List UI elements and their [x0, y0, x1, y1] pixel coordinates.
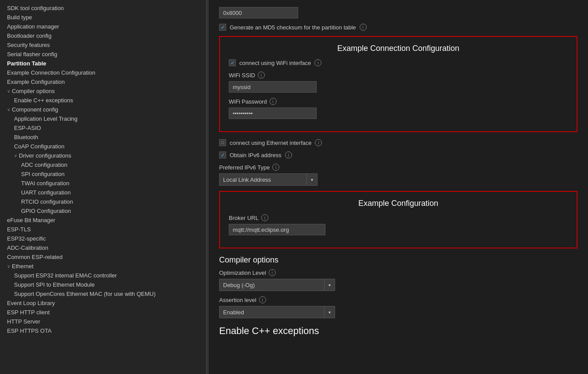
- sidebar-item-label-common-esp: Common ESP-related: [7, 254, 62, 260]
- wifi-ssid-input[interactable]: [229, 81, 317, 93]
- sidebar-item-rtcio-config[interactable]: RTCIO configuration: [0, 197, 206, 206]
- opt-level-dropdown-arrow[interactable]: ▾: [325, 279, 335, 291]
- sidebar-item-label-esp-tls: ESP-TLS: [7, 226, 31, 233]
- sidebar-item-label-rtcio-config: RTCIO configuration: [21, 198, 73, 205]
- wifi-password-input[interactable]: [229, 108, 317, 119]
- wifi-password-info-icon[interactable]: i: [270, 98, 277, 105]
- sidebar-item-label-esp-http-client: ESP HTTP client: [7, 309, 50, 316]
- opt-level-info-icon[interactable]: i: [269, 269, 276, 276]
- opt-level-dropdown[interactable]: Debug (-Og): [219, 279, 325, 291]
- generate-md5-checkbox[interactable]: ✓: [219, 24, 226, 31]
- sidebar-item-label-ethernet: Ethernet: [12, 263, 33, 270]
- sidebar-item-label-spi-config: SPI configuration: [21, 171, 65, 177]
- sidebar-item-label-uart-config: UART configuration: [21, 189, 71, 196]
- ethernet-interface-checkbox[interactable]: □: [219, 139, 226, 146]
- sidebar-item-label-adc-config: ADC configuration: [21, 162, 68, 168]
- assertion-dropdown-arrow[interactable]: ▾: [325, 306, 335, 318]
- sidebar-item-build-type[interactable]: Build type: [0, 13, 206, 22]
- sidebar-item-uart-config[interactable]: UART configuration: [0, 188, 206, 197]
- sidebar-item-component-config[interactable]: ∨Component config: [0, 105, 206, 114]
- sidebar-item-serial-flasher[interactable]: Serial flasher config: [0, 50, 206, 59]
- sidebar-item-label-gpio-config: GPIO Configuration: [21, 208, 71, 214]
- sidebar-item-adc-calibration[interactable]: ADC-Calibration: [0, 243, 206, 252]
- sidebar-item-bootloader-config[interactable]: Bootloader config: [0, 31, 206, 40]
- wifi-ssid-label: WiFi SSID i: [229, 72, 568, 79]
- enable-cpp-heading: Enable C++ exceptions: [219, 325, 577, 337]
- sidebar-item-gpio-config[interactable]: GPIO Configuration: [0, 206, 206, 216]
- wifi-checkmark-icon: ✓: [231, 60, 234, 66]
- sidebar-item-ethernet[interactable]: ∨Ethernet: [0, 262, 206, 271]
- sidebar-item-adc-config[interactable]: ADC configuration: [0, 160, 206, 169]
- sidebar-item-app-manager[interactable]: Application manager: [0, 22, 206, 31]
- sidebar-item-example-configuration[interactable]: Example Configuration: [0, 77, 206, 86]
- preferred-ipv6-dropdown-arrow[interactable]: ▾: [307, 173, 317, 186]
- sidebar-item-label-coap-config: CoAP Configuration: [14, 143, 65, 150]
- sidebar-item-label-bluetooth: Bluetooth: [14, 134, 38, 140]
- sidebar-item-label-support-emac: Support ESP32 internal EMAC controller: [14, 272, 117, 279]
- sidebar-item-support-emac[interactable]: Support ESP32 internal EMAC controller: [0, 271, 206, 280]
- sidebar-item-spi-config[interactable]: SPI configuration: [0, 169, 206, 179]
- sidebar: SDK tool configurationBuild typeApplicat…: [0, 0, 206, 374]
- sidebar-item-label-support-spi-eth: Support SPI to Ethernet Module: [14, 281, 95, 288]
- sidebar-item-event-loop[interactable]: Event Loop Library: [0, 298, 206, 308]
- sidebar-item-esp-asio[interactable]: ESP-ASIO: [0, 123, 206, 133]
- sidebar-item-partition-table[interactable]: Partition Table: [0, 59, 206, 68]
- sidebar-item-coap-config[interactable]: CoAP Configuration: [0, 142, 206, 151]
- broker-url-label: Broker URL i: [229, 214, 568, 221]
- sidebar-item-compiler-options[interactable]: ∨Compiler options: [0, 86, 206, 96]
- generate-md5-row: ✓ Generate an MD5 checksum for the parti…: [219, 24, 577, 31]
- sidebar-item-example-connection[interactable]: Example Connection Configuration: [0, 68, 206, 77]
- sidebar-item-sdk-tool[interactable]: SDK tool configuration: [0, 4, 206, 13]
- assertion-chevron-icon: ▾: [328, 310, 331, 315]
- chevron-down-icon: ▾: [311, 177, 313, 182]
- ethernet-chevron-icon: ∨: [7, 264, 10, 269]
- obtain-ipv6-info-icon[interactable]: i: [285, 151, 292, 158]
- sidebar-item-efuse-manager[interactable]: eFuse Bit Manager: [0, 216, 206, 225]
- sidebar-item-driver-configs[interactable]: ∨Driver configurations: [0, 151, 206, 160]
- sidebar-item-esp-tls[interactable]: ESP-TLS: [0, 225, 206, 234]
- ethernet-interface-info-icon[interactable]: i: [315, 139, 322, 146]
- ethernet-interface-row: □ connect using Ethernet interface i: [219, 139, 577, 146]
- driver-configs-chevron-icon: ∨: [14, 153, 17, 158]
- sidebar-item-esp32-specific[interactable]: ESP32-specific: [0, 234, 206, 243]
- assertion-dropdown-container: Enabled ▾: [219, 306, 577, 318]
- sidebar-item-support-opencore[interactable]: Support OpenCores Ethernet MAC (for use …: [0, 289, 206, 298]
- opt-level-label: Optimization Level i: [219, 269, 577, 276]
- obtain-ipv6-checkbox[interactable]: ✓: [219, 151, 226, 158]
- wifi-interface-row: ✓ connect using WiFi interface i: [229, 59, 568, 66]
- sidebar-item-bluetooth[interactable]: Bluetooth: [0, 133, 206, 142]
- sidebar-item-label-example-connection: Example Connection Configuration: [7, 69, 95, 76]
- wifi-password-label: WiFi Password i: [229, 98, 568, 105]
- partition-offset-input[interactable]: [219, 7, 298, 18]
- sidebar-item-http-server[interactable]: HTTP Server: [0, 317, 206, 326]
- sidebar-item-enable-cpp[interactable]: Enable C++ exceptions: [0, 96, 206, 105]
- sidebar-item-app-level-tracing[interactable]: Application Level Tracing: [0, 114, 206, 123]
- wifi-ssid-info-icon[interactable]: i: [258, 72, 265, 79]
- compiler-options-title: Compiler options: [219, 255, 577, 265]
- wifi-interface-info-icon[interactable]: i: [314, 59, 321, 66]
- sidebar-item-esp-http-client[interactable]: ESP HTTP client: [0, 308, 206, 317]
- example-config-section: Example Configuration Broker URL i: [219, 191, 577, 248]
- wifi-interface-checkbox[interactable]: ✓: [229, 59, 236, 66]
- wifi-interface-label: connect using WiFi interface: [239, 60, 311, 66]
- sidebar-item-security-features[interactable]: Security features: [0, 40, 206, 50]
- sidebar-item-esp-https-ota[interactable]: ESP HTTPS OTA: [0, 326, 206, 335]
- sidebar-item-label-efuse-manager: eFuse Bit Manager: [7, 217, 55, 223]
- generate-md5-label: Generate an MD5 checksum for the partiti…: [230, 24, 356, 31]
- assertion-dropdown[interactable]: Enabled: [219, 306, 325, 318]
- sidebar-item-support-spi-eth[interactable]: Support SPI to Ethernet Module: [0, 280, 206, 289]
- broker-url-input[interactable]: [229, 224, 325, 235]
- preferred-ipv6-info-icon[interactable]: i: [272, 164, 279, 171]
- opt-chevron-icon: ▾: [328, 283, 331, 288]
- preferred-ipv6-dropdown[interactable]: Local Link Address: [219, 173, 307, 186]
- compiler-options-chevron-icon: ∨: [7, 89, 10, 94]
- sidebar-item-label-esp32-specific: ESP32-specific: [7, 235, 46, 242]
- sidebar-item-twai-config[interactable]: TWAI configuration: [0, 179, 206, 188]
- example-connection-section: Example Connection Configuration ✓ conne…: [219, 36, 577, 132]
- generate-md5-info-icon[interactable]: i: [360, 24, 367, 31]
- component-config-chevron-icon: ∨: [7, 107, 10, 112]
- sidebar-item-label-sdk-tool: SDK tool configuration: [7, 5, 64, 11]
- broker-url-info-icon[interactable]: i: [261, 214, 268, 221]
- sidebar-item-common-esp[interactable]: Common ESP-related: [0, 252, 206, 262]
- assertion-info-icon[interactable]: i: [259, 296, 266, 303]
